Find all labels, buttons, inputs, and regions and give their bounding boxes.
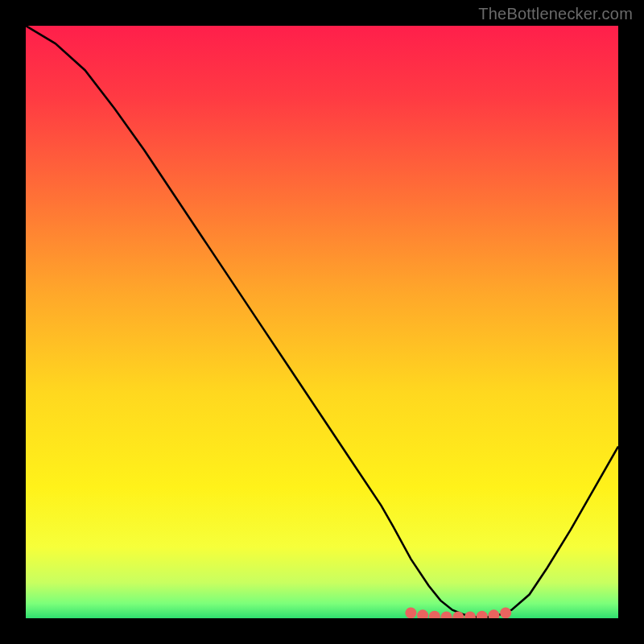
marker-bottom-markers bbox=[500, 607, 511, 618]
chart-svg bbox=[26, 26, 618, 618]
chart-background bbox=[26, 26, 618, 618]
chart-outer: TheBottlenecker.com bbox=[0, 0, 644, 644]
marker-bottom-markers bbox=[405, 607, 416, 618]
watermark: TheBottlenecker.com bbox=[478, 5, 633, 23]
plot-area bbox=[26, 26, 618, 618]
